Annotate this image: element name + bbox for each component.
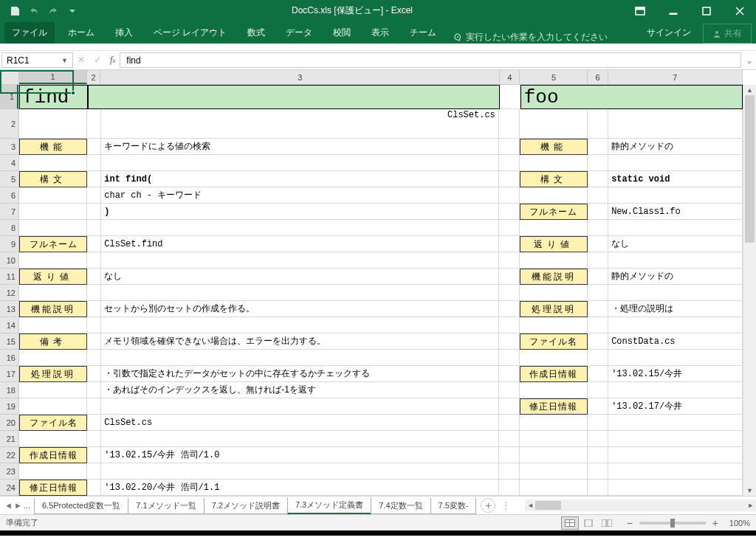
cell[interactable] (608, 220, 743, 236)
cell[interactable] (588, 463, 608, 480)
cell[interactable] (19, 220, 87, 236)
sheet-nav-ellipsis[interactable]: ... (24, 501, 30, 510)
cell[interactable] (87, 269, 101, 285)
row-header-8[interactable]: 8 (0, 220, 18, 236)
cell[interactable] (588, 480, 608, 496)
tab-数式[interactable]: 数式 (237, 22, 275, 44)
cell[interactable] (19, 109, 87, 139)
new-sheet-button[interactable]: + (481, 498, 495, 513)
cell[interactable]: New.Class1.fo (608, 204, 743, 220)
cell[interactable]: ・あればそのインデックスを返し、無ければ-1を返す (101, 382, 499, 398)
cell[interactable] (87, 333, 101, 350)
row-header-21[interactable]: 21 (0, 431, 18, 447)
row-header-22[interactable]: 22 (0, 447, 18, 463)
row-header-19[interactable]: 19 (0, 398, 18, 415)
sheet-tab[interactable]: 7.3メソッド定義書 (287, 497, 371, 514)
ribbon-display-icon[interactable] (623, 0, 656, 21)
cell[interactable]: ・処理の説明は (608, 301, 743, 317)
tab-校閲[interactable]: 校閲 (323, 22, 361, 44)
cell[interactable] (608, 187, 743, 204)
sheet-tab[interactable]: 6.5Protected変数一覧 (34, 498, 128, 514)
tab-表示[interactable]: 表示 (361, 22, 399, 44)
cell[interactable] (499, 480, 520, 496)
cell[interactable]: 構文 (19, 171, 87, 187)
cell[interactable]: 作成日情報 (520, 366, 588, 382)
cell[interactable] (87, 463, 101, 480)
formula-input[interactable]: find (120, 52, 741, 68)
cell[interactable] (19, 187, 87, 204)
cell[interactable] (87, 301, 101, 317)
cell[interactable] (520, 109, 588, 139)
col-header-6[interactable]: 6 (588, 70, 608, 84)
cell[interactable] (87, 382, 101, 398)
cell[interactable]: 返り値 (520, 236, 588, 252)
hscroll-left-icon[interactable]: ◄ (525, 502, 535, 509)
cell[interactable]: 静的メソッドの (608, 269, 743, 285)
sheet-tab[interactable]: 7.1メソッド一覧 (128, 498, 204, 514)
cell[interactable] (588, 155, 608, 171)
tab-チーム[interactable]: チーム (399, 22, 447, 44)
sheet-tab[interactable]: 7.4定数一覧 (371, 498, 430, 514)
cell[interactable] (499, 109, 520, 139)
cell[interactable]: フルネーム (19, 236, 87, 252)
cell[interactable] (87, 187, 101, 204)
cell[interactable]: ClsSet.cs (101, 415, 499, 431)
cell[interactable] (608, 431, 743, 447)
cell[interactable] (101, 350, 499, 366)
cell[interactable]: '13.02.15/今井 浩司/1.0 (101, 447, 499, 463)
cell[interactable]: 機能説明 (19, 301, 87, 317)
zoom-slider[interactable] (639, 522, 706, 525)
cell[interactable] (588, 204, 608, 220)
cell[interactable] (88, 85, 500, 109)
zoom-level[interactable]: 100% (729, 519, 750, 528)
cell[interactable]: '13.02.17/今井 (608, 398, 743, 415)
tab-ホーム[interactable]: ホーム (58, 22, 105, 44)
cell[interactable]: ConstData.cs (608, 333, 743, 350)
row-header-7[interactable]: 7 (0, 204, 18, 220)
row-header-12[interactable]: 12 (0, 285, 18, 301)
scroll-up-icon[interactable]: ▲ (743, 85, 756, 95)
qat-customize-icon[interactable] (63, 2, 81, 20)
sheet-tab[interactable]: 7.2メソッド説明書 (204, 498, 288, 514)
cell[interactable]: static void (608, 171, 743, 187)
cell[interactable]: 修正日情報 (520, 398, 588, 415)
cell[interactable] (588, 415, 608, 431)
row-header-15[interactable]: 15 (0, 333, 18, 350)
cell[interactable] (19, 382, 87, 398)
cell[interactable] (499, 220, 520, 236)
fx-icon[interactable]: fx (110, 55, 115, 66)
cell[interactable] (101, 220, 499, 236)
cell[interactable] (588, 285, 608, 301)
cell[interactable]: 修正日情報 (19, 480, 87, 496)
row-header-4[interactable]: 4 (0, 155, 18, 171)
cell[interactable] (87, 139, 101, 155)
cell[interactable]: foo (520, 85, 743, 109)
cell[interactable] (520, 415, 588, 431)
cell[interactable]: ・引数で指定されたデータがセットの中に存在するかチェックする (101, 366, 498, 382)
col-header-4[interactable]: 4 (500, 70, 520, 84)
column-headers[interactable]: 1234567 (19, 70, 743, 85)
cell[interactable] (588, 139, 608, 155)
row-header-3[interactable]: 3 (0, 139, 18, 155)
cell[interactable] (101, 285, 499, 301)
cell[interactable]: ファイル名 (19, 415, 87, 431)
sheet-nav-prev-icon[interactable]: ◄ (4, 501, 13, 510)
row-header-17[interactable]: 17 (0, 366, 18, 382)
cell[interactable] (588, 109, 608, 139)
cell[interactable]: 備考 (19, 333, 87, 350)
row-headers[interactable]: 123456789101112131415161718192021222324 (0, 85, 19, 496)
zoom-in-button[interactable]: + (710, 517, 721, 529)
cell[interactable] (608, 463, 743, 480)
close-icon[interactable] (723, 0, 756, 21)
sheet-tab[interactable]: 7.5変数- (430, 498, 477, 514)
cells-area[interactable]: findfooClsSet.cs機能キーワードによる値の検索機能静的メソッドの構… (19, 85, 743, 496)
zoom-knob[interactable] (670, 519, 675, 528)
tab-file[interactable]: ファイル (4, 22, 55, 44)
row-header-2[interactable]: 2 (0, 109, 18, 139)
cell[interactable]: 静的メソッドの (608, 139, 743, 155)
cell[interactable] (499, 236, 520, 252)
cell[interactable] (520, 463, 588, 480)
cell[interactable]: ClsSet.find (101, 236, 498, 252)
cell[interactable] (499, 171, 520, 187)
cell[interactable]: メモリ領域を確保できない場合は、エラーを出力する。 (101, 333, 498, 350)
